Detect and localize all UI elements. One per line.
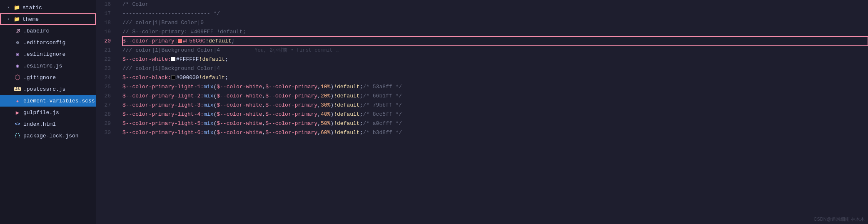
json-icon: {} — [14, 133, 21, 139]
code-token: , — [262, 101, 265, 110]
code-token: $--color-primary-light-1: — [122, 82, 204, 92]
code-token: !default — [205, 37, 231, 46]
code-token: ( — [213, 119, 217, 128]
code-token: $--color-primary — [265, 119, 317, 128]
sidebar-item-gitignore[interactable]: ⬡ .gitignore — [0, 72, 96, 83]
code-token: /* 8cc5ff */ — [363, 110, 402, 119]
sidebar-item-package-lock[interactable]: {} package-lock.json — [0, 130, 96, 142]
git-blame-21: You, 2小时前 • first commit … — [237, 46, 339, 55]
file-explorer: › 📁 static › 📁 theme ℬ .babelrc ⚙ .edito… — [0, 0, 96, 224]
line-num-16: 16 — [99, 0, 111, 9]
code-token: mix — [204, 101, 213, 110]
line-num-22: 22 — [99, 55, 111, 64]
code-token: ( — [213, 82, 217, 92]
code-token: ; — [225, 55, 228, 64]
line-num-19: 19 — [99, 27, 111, 37]
code-content: /* Color --------------------------- */ … — [116, 0, 868, 224]
sidebar-item-index-html[interactable]: <> index.html — [0, 118, 96, 130]
code-token: $--color-white — [217, 101, 262, 110]
code-token: , — [317, 119, 321, 128]
code-token: !default — [334, 119, 359, 128]
code-token: , — [262, 110, 265, 119]
code-token: /* Color — [122, 0, 148, 9]
sidebar-item-label: package-lock.json — [23, 133, 79, 139]
code-token: mix — [204, 128, 213, 137]
code-token: 30% — [321, 101, 330, 110]
code-token: ; — [360, 101, 363, 110]
code-token: $--color-white: — [122, 55, 171, 64]
code-token: ; — [360, 110, 363, 119]
scss-icon: ✦ — [14, 97, 21, 105]
sidebar-item-eslintignore[interactable]: ◉ .eslintignore — [0, 48, 96, 60]
code-token: #000000 — [176, 73, 199, 82]
code-line-23: /// color|1|Background Color|4 — [122, 64, 868, 73]
code-token: !default — [334, 92, 359, 101]
code-token: mix — [204, 82, 213, 92]
line-num-23: 23 — [99, 64, 111, 73]
line-num-25: 25 — [99, 82, 111, 92]
code-line-25: $--color-primary-light-1: mix ( $--color… — [122, 82, 868, 92]
code-token: /* b3d8ff */ — [363, 128, 402, 137]
sidebar-item-theme[interactable]: › 📁 theme — [0, 13, 96, 25]
code-line-28: $--color-primary-light-4: mix ( $--color… — [122, 110, 868, 119]
sidebar-item-babelrc[interactable]: ℬ .babelrc — [0, 25, 96, 37]
sidebar-item-eslintrc[interactable]: ◉ .eslintrc.js — [0, 60, 96, 72]
chevron-right-icon: › — [5, 17, 12, 22]
sidebar-item-editorconfig[interactable]: ⚙ .editorconfig — [0, 37, 96, 48]
code-area: 16 17 18 19 20 21 22 23 24 25 26 27 28 2… — [96, 0, 868, 224]
code-token: $--color-white — [217, 110, 262, 119]
code-token: ; — [225, 73, 228, 82]
code-token: ( — [213, 101, 217, 110]
line-num-24: 24 — [99, 73, 111, 82]
code-token: !default — [334, 110, 359, 119]
code-line-27: $--color-primary-light-3: mix ( $--color… — [122, 101, 868, 110]
eslint-icon: ◉ — [14, 51, 21, 57]
code-token: ( — [213, 92, 217, 101]
code-token: !default — [199, 55, 225, 64]
sidebar-item-postcssrc[interactable]: JS .postcssrc.js — [0, 83, 96, 95]
code-line-30: $--color-primary-light-6: mix ( $--color… — [122, 128, 868, 137]
code-token: ) — [330, 119, 334, 128]
code-token: /* 79bbff */ — [363, 101, 402, 110]
code-token: 20% — [321, 92, 330, 101]
code-token: , — [262, 82, 265, 92]
code-token: mix — [204, 119, 213, 128]
sidebar-item-label: .postcssrc.js — [23, 86, 65, 92]
code-token: , — [262, 92, 265, 101]
code-line-20: $--color-primary: #F56C6C !default ; — [122, 37, 868, 46]
code-token: #FFFFFF — [176, 55, 199, 64]
code-token: ( — [213, 128, 217, 137]
code-token: , — [317, 82, 321, 92]
code-token: ; — [360, 119, 363, 128]
sidebar-item-gulpfile[interactable]: ▶ gulpfile.js — [0, 107, 96, 118]
code-token: $--color-primary-light-3: — [122, 101, 204, 110]
gulp-icon: ▶ — [14, 109, 21, 116]
code-token: $--color-primary — [265, 92, 317, 101]
line-num-27: 27 — [99, 101, 111, 110]
js-icon: JS — [14, 87, 21, 91]
code-token: ; — [360, 128, 363, 137]
color-swatch-ffffff — [171, 57, 175, 61]
code-token: /// color|1|Background Color|4 — [122, 46, 220, 55]
code-line-16: /* Color — [122, 0, 868, 9]
sidebar-item-label: gulpfile.js — [23, 110, 59, 116]
sidebar-item-label: .gitignore — [23, 75, 56, 81]
code-line-21: /// color|1|Background Color|4 You, 2小时前… — [122, 46, 868, 55]
line-num-21: 21 — [99, 46, 111, 55]
line-num-18: 18 — [99, 18, 111, 27]
code-token: , — [262, 128, 265, 137]
gear-icon: ⚙ — [14, 40, 21, 46]
code-token: ) — [330, 82, 334, 92]
sidebar-item-label: theme — [22, 16, 39, 22]
sidebar-item-label: .eslintrc.js — [23, 63, 62, 69]
code-editor: 16 17 18 19 20 21 22 23 24 25 26 27 28 2… — [96, 0, 868, 224]
code-line-17: --------------------------- */ — [122, 9, 868, 18]
code-token: $--color-black: — [122, 73, 171, 82]
sidebar-item-element-variables[interactable]: ✦ element-variables.scss — [0, 95, 96, 107]
line-num-17: 17 — [99, 9, 111, 18]
code-token: /* a0cfff */ — [363, 119, 402, 128]
code-token: // $--color-primary: #409EFF !default; — [122, 27, 246, 37]
eslint-icon: ◉ — [14, 63, 21, 69]
code-token: ; — [360, 82, 363, 92]
sidebar-item-static[interactable]: › 📁 static — [0, 2, 96, 13]
